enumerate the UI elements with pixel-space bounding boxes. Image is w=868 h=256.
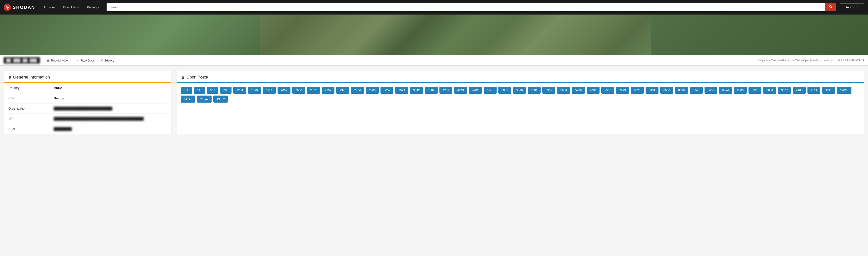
port-badge[interactable]: 1234 (233, 87, 246, 94)
raw-data-button[interactable]: >_ Raw Data (72, 57, 98, 63)
info-value: Beijing (54, 96, 64, 100)
account-button[interactable]: Account (840, 3, 864, 11)
port-badge[interactable]: 49152 (213, 95, 228, 103)
terminal-icon: >_ (76, 59, 80, 62)
port-badge[interactable]: 7999 (616, 87, 629, 94)
info-row: Organization██████████████████████████ (8, 104, 167, 114)
port-badge[interactable]: 3689 (425, 87, 438, 94)
port-badge[interactable]: 8089 (675, 87, 688, 94)
port-badge[interactable]: 2067 (278, 87, 290, 94)
port-badge[interactable]: 2352 (322, 87, 335, 94)
port-badge[interactable]: 1911 (263, 87, 276, 94)
external-link-icon: ↗ (97, 6, 99, 9)
map-credit-text: © OpenMapTiles Satellite | © MapTiler © … (757, 59, 834, 62)
port-badge[interactable]: 2086 (292, 87, 305, 94)
port-badge[interactable]: 4282 (469, 87, 482, 94)
general-info-card: ⊕ General Information CountryChinaCityBe… (4, 71, 172, 134)
ip-address-display: ██ ███:██:███ (4, 57, 40, 63)
port-badge[interactable]: 5984 (557, 87, 570, 94)
search-input[interactable] (106, 3, 825, 11)
port-badge[interactable]: 4243 (454, 87, 467, 94)
info-value: China (54, 86, 63, 90)
port-badge[interactable]: 503 (207, 87, 218, 94)
port-badge[interactable]: 8830 (748, 87, 762, 94)
search-button[interactable] (825, 3, 836, 11)
port-badge[interactable]: 8424 (719, 87, 732, 94)
history-icon: ↺ (101, 59, 104, 62)
history-button[interactable]: ↺ History (97, 57, 118, 63)
info-label: Organization (8, 107, 54, 110)
port-badge[interactable]: 2376 (336, 87, 349, 94)
main-content: ⊕ General Information CountryChinaCityBe… (0, 65, 868, 140)
ports-grid: 5311150366612341599191120672086235123522… (177, 83, 864, 106)
last-update-text: // LAST UPDATE: 2 (838, 59, 864, 62)
nav-explore[interactable]: Explore (40, 4, 59, 11)
port-badge[interactable]: 3079 (395, 87, 408, 94)
navbar: SHODAN Explore Downloads Pricing ↗ Accou… (0, 0, 868, 15)
info-row: ASN████████ (8, 124, 167, 134)
info-value: ████████████████████████████████████████ (54, 117, 144, 120)
info-value: ██████████████████████████ (54, 107, 112, 110)
port-badge[interactable]: 3000 (366, 87, 379, 94)
port-badge[interactable]: 9211 (822, 87, 835, 94)
nav-links: Explore Downloads Pricing ↗ (40, 4, 103, 11)
port-badge[interactable]: 4242 (439, 87, 453, 94)
brand-logo-area[interactable]: SHODAN (4, 4, 35, 11)
port-badge[interactable]: 9007 (778, 87, 791, 94)
port-badge[interactable]: 2351 (307, 87, 320, 94)
general-info-header: ⊕ General Information (4, 71, 171, 83)
view-icon: ⊡ (47, 59, 50, 62)
info-value: ████████ (54, 127, 72, 131)
general-info-title: General Information (13, 75, 50, 80)
info-label: City (8, 96, 54, 100)
port-badge[interactable]: 8081 (646, 87, 658, 94)
nav-pricing[interactable]: Pricing ↗ (83, 4, 103, 11)
port-badge[interactable]: 5986 (572, 87, 585, 94)
port-badge[interactable]: 8402 (705, 87, 717, 94)
port-badge[interactable]: 12000 (837, 87, 851, 94)
port-badge[interactable]: 3542 (410, 87, 423, 94)
info-row: CountryChina (8, 83, 167, 93)
open-ports-card: ⊞ Open Ports 531115036661234159919112067… (177, 71, 864, 134)
port-badge[interactable]: 8086 (660, 87, 673, 94)
map-section (0, 15, 868, 55)
port-badge[interactable]: 7004 (587, 87, 599, 94)
port-badge[interactable]: 8028 (631, 87, 644, 94)
controls-bar: ██ ███:██:███ ⊡ Regular View >_ Raw Data… (0, 55, 868, 65)
port-badge[interactable]: 14147 (181, 95, 195, 103)
port-badge[interactable]: 5907 (542, 87, 555, 94)
brand-icon (4, 4, 11, 11)
port-badge[interactable]: 4840 (484, 87, 497, 94)
port-badge[interactable]: 9100 (793, 87, 806, 94)
info-label: ISP (8, 117, 54, 120)
svg-point-1 (7, 7, 8, 8)
network-icon: ⊞ (182, 75, 185, 80)
port-badge[interactable]: 111 (194, 87, 205, 94)
port-badge[interactable]: 8806 (734, 87, 747, 94)
regular-view-button[interactable]: ⊡ Regular View (43, 57, 72, 63)
port-badge[interactable]: 1599 (248, 87, 261, 94)
search-area (106, 3, 836, 11)
svg-line-3 (831, 7, 832, 8)
port-badge[interactable]: 5801 (528, 87, 540, 94)
port-badge[interactable]: 20547 (197, 95, 212, 103)
port-badge[interactable]: 7547 (601, 87, 614, 94)
svg-point-2 (830, 5, 831, 7)
globe-icon: ⊕ (8, 75, 11, 80)
map-satellite-overlay (260, 15, 651, 55)
port-badge[interactable]: 8854 (763, 87, 776, 94)
port-badge[interactable]: 3059 (380, 87, 394, 94)
open-ports-title: Open Ports (186, 75, 208, 80)
port-badge[interactable]: 666 (220, 87, 231, 94)
port-badge[interactable]: 53 (181, 87, 192, 94)
nav-downloads[interactable]: Downloads (59, 4, 82, 11)
general-info-body: CountryChinaCityBeijingOrganization█████… (4, 83, 171, 134)
info-row: ISP█████████████████████████████████████… (8, 114, 167, 124)
info-label: Country (8, 86, 54, 90)
port-badge[interactable]: 8140 (690, 87, 703, 94)
port-badge[interactable]: 9111 (807, 87, 820, 94)
port-badge[interactable]: 2404 (351, 87, 364, 94)
brand-name: SHODAN (13, 5, 35, 10)
port-badge[interactable]: 5590 (513, 87, 526, 94)
port-badge[interactable]: 5001 (498, 87, 511, 94)
